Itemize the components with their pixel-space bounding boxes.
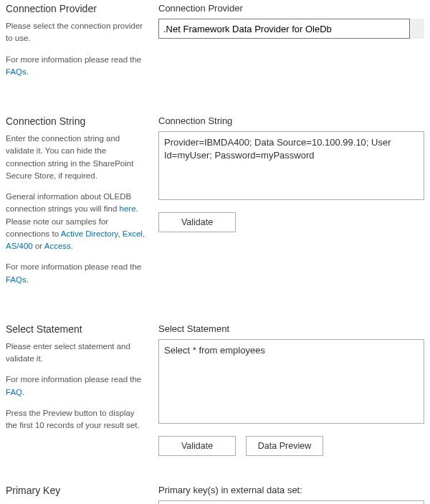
select-info: For more information please read the FAQ… xyxy=(6,374,145,399)
select-form: Select Statement Validate Data Preview xyxy=(158,323,424,456)
section-select-statement: Select Statement Please enter select sta… xyxy=(6,323,424,456)
select-desc: Please enter select statement and valida… xyxy=(6,341,145,366)
pk-input[interactable] xyxy=(158,500,424,504)
connstring-help: Connection String Enter the connection s… xyxy=(6,115,145,295)
provider-faqs-link[interactable]: FAQs xyxy=(6,67,27,76)
connstring-heading: Connection String xyxy=(6,115,145,127)
connstring-desc: Enter the connection string and validate… xyxy=(6,133,145,182)
provider-select[interactable]: .Net Framework Data Provider for OleDb xyxy=(158,19,424,39)
connstring-access-link[interactable]: Access xyxy=(44,242,71,250)
connstring-input[interactable] xyxy=(158,131,424,200)
select-buttons: Validate Data Preview xyxy=(158,436,424,456)
connstring-as400-link[interactable]: AS/400 xyxy=(6,242,33,250)
provider-label: Connection Provider xyxy=(158,3,424,14)
connstring-validate-button[interactable]: Validate xyxy=(158,212,236,232)
section-connection-provider: Connection Provider Please select the co… xyxy=(6,3,424,87)
provider-help: Connection Provider Please select the co… xyxy=(6,3,145,87)
section-primary-key: Primary Key Please enter the field names… xyxy=(6,485,424,504)
select-faq-link[interactable]: FAQ xyxy=(6,388,22,396)
connstring-label: Connection String xyxy=(158,115,424,126)
select-help: Select Statement Please enter select sta… xyxy=(6,323,145,456)
provider-info: For more information please read the FAQ… xyxy=(6,54,145,79)
connstring-buttons: Validate xyxy=(158,212,424,232)
connstring-excel-link[interactable]: Excel xyxy=(123,229,143,238)
provider-desc: Please select the connection provider to… xyxy=(6,20,145,45)
connstring-ad-link[interactable]: Active Directory xyxy=(61,229,118,238)
select-input[interactable] xyxy=(158,339,424,424)
select-press-note: Press the Preview button to display the … xyxy=(6,407,145,432)
select-validate-button[interactable]: Validate xyxy=(158,436,236,456)
pk-form: Primary key(s) in external data set: Val… xyxy=(158,485,424,504)
connstring-note: General information about OLEDB connecti… xyxy=(6,191,145,252)
provider-select-wrap: .Net Framework Data Provider for OleDb ▾ xyxy=(158,19,424,39)
connstring-here-link[interactable]: here xyxy=(120,204,136,213)
connstring-form: Connection String Validate xyxy=(158,115,424,295)
provider-form: Connection Provider .Net Framework Data … xyxy=(158,3,424,87)
section-connection-string: Connection String Enter the connection s… xyxy=(6,115,424,295)
select-heading: Select Statement xyxy=(6,323,145,335)
pk-help: Primary Key Please enter the field names… xyxy=(6,485,145,504)
connstring-info: For more information please read the FAQ… xyxy=(6,261,145,286)
select-preview-button[interactable]: Data Preview xyxy=(246,436,323,456)
provider-heading: Connection Provider xyxy=(6,3,145,14)
pk-heading: Primary Key xyxy=(6,485,145,496)
connstring-faqs-link[interactable]: FAQs xyxy=(6,275,27,284)
pk-label: Primary key(s) in external data set: xyxy=(158,485,424,495)
select-label: Select Statement xyxy=(158,323,424,334)
